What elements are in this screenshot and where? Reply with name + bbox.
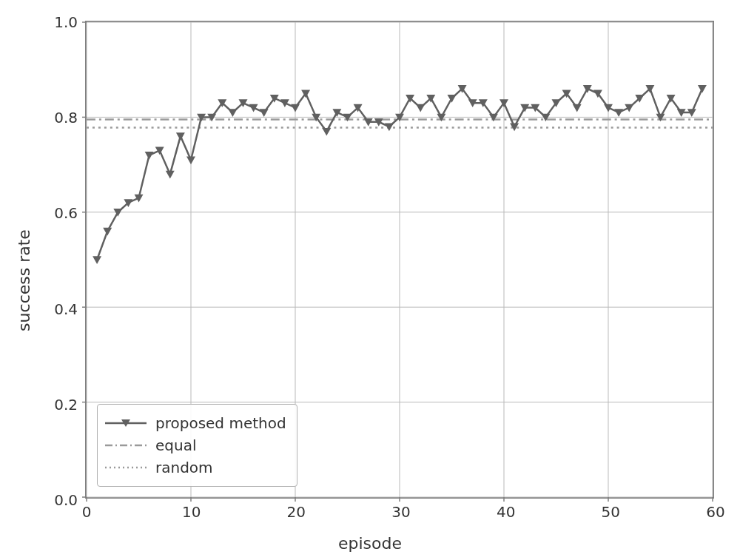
- legend-label-equal: equal: [155, 436, 197, 454]
- legend-label-random: random: [155, 459, 213, 476]
- series-marker: [573, 104, 582, 112]
- x-tick-label: 0: [82, 503, 92, 521]
- legend-entry-random: random: [105, 456, 286, 479]
- y-tick-label: 0.2: [54, 396, 78, 414]
- x-tick-label: 50: [602, 503, 620, 521]
- x-tick-label: 60: [706, 503, 724, 521]
- figure: success rate episode 0102030405060 0.00.…: [0, 0, 740, 560]
- series-marker: [113, 209, 122, 217]
- series-marker: [260, 109, 269, 117]
- y-tick-label: 0.0: [54, 491, 78, 509]
- series-marker: [385, 123, 394, 131]
- series-marker: [698, 85, 707, 93]
- series-marker: [322, 128, 331, 136]
- legend-swatch-random: [105, 459, 147, 476]
- legend: proposed method equal random: [97, 404, 297, 487]
- series-marker: [92, 256, 101, 264]
- legend-entry-proposed: proposed method: [105, 412, 286, 434]
- x-tick-label: 10: [182, 503, 201, 521]
- series-marker: [614, 109, 623, 117]
- x-tick-label: 40: [497, 503, 515, 521]
- x-axis-label: episode: [338, 534, 402, 553]
- x-tick-label: 20: [287, 503, 306, 521]
- series-marker: [145, 152, 154, 160]
- legend-swatch-equal: [105, 437, 147, 453]
- series-marker: [103, 228, 112, 236]
- series-marker: [291, 104, 300, 112]
- series-marker: [228, 109, 237, 117]
- y-tick-label: 0.6: [54, 204, 78, 222]
- legend-swatch-proposed: [105, 415, 147, 431]
- series-marker: [166, 171, 175, 179]
- series-marker: [186, 156, 195, 164]
- y-axis-label: success rate: [15, 229, 33, 331]
- series-marker: [176, 132, 185, 141]
- series-marker: [416, 104, 425, 112]
- legend-entry-equal: equal: [105, 434, 286, 456]
- series-marker: [448, 95, 457, 103]
- y-tick-label: 1.0: [54, 13, 78, 31]
- y-tick-label: 0.4: [54, 300, 78, 318]
- legend-label-proposed: proposed method: [155, 414, 286, 432]
- x-tick-label: 30: [391, 503, 410, 521]
- plot-area: 0102030405060 0.00.20.40.60.81.0 propose…: [85, 21, 714, 499]
- y-tick-label: 0.8: [54, 109, 78, 126]
